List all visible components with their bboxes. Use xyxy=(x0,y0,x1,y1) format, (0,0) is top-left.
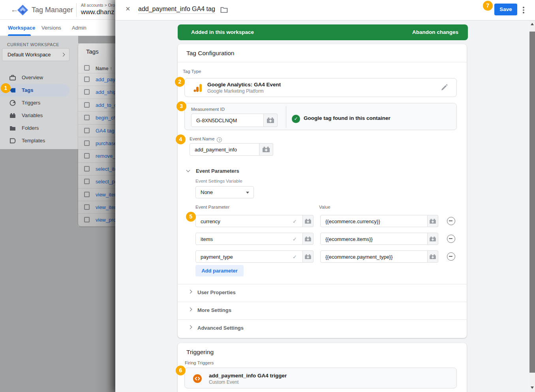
remove-parameter-icon[interactable] xyxy=(447,217,455,225)
tag-type-label: Tag Type xyxy=(183,69,201,74)
valid-check-icon: ✓ xyxy=(293,218,297,224)
tag-configuration-title: Tag Configuration xyxy=(186,50,235,57)
variable-picker-button[interactable] xyxy=(259,143,273,156)
panel-shadow xyxy=(95,0,115,392)
advanced-settings-section[interactable]: Advanced Settings xyxy=(197,325,244,331)
workspace-status-banner: Added in this workspace Abandon changes xyxy=(178,24,468,40)
chevron-right-icon[interactable] xyxy=(188,290,192,294)
triggering-title: Triggering xyxy=(186,349,214,356)
parameter-value-input[interactable]: {{ecommerce.currency}} xyxy=(320,215,428,227)
event-settings-variable-label: Event Settings Variable xyxy=(195,179,242,183)
parameter-name-input[interactable]: items✓ xyxy=(195,233,303,245)
tab-workspace[interactable]: Workspace xyxy=(8,20,35,36)
measurement-id-input[interactable]: G-8XN5DCLNQM xyxy=(191,114,264,127)
dropdown-arrow-icon xyxy=(246,192,249,194)
folder-icon[interactable] xyxy=(220,7,228,13)
valid-check-icon: ✓ xyxy=(293,254,297,260)
add-parameter-button[interactable]: Add parameter xyxy=(195,265,244,276)
chevron-right-icon[interactable] xyxy=(188,308,192,312)
google-analytics-icon xyxy=(193,83,203,93)
remove-parameter-icon[interactable] xyxy=(447,235,455,243)
tab-admin[interactable]: Admin xyxy=(72,20,86,36)
scrollbar[interactable] xyxy=(529,21,535,392)
measurement-id-label: Measurement ID xyxy=(191,107,225,112)
header-divider xyxy=(76,3,77,17)
scroll-down-arrow[interactable] xyxy=(531,386,534,389)
dim-overlay xyxy=(0,149,78,392)
page: ← Tag Manager All accounts > Oro www.dha… xyxy=(0,0,535,392)
scrollbar-thumb[interactable] xyxy=(529,32,535,373)
scroll-up-arrow[interactable] xyxy=(531,23,534,25)
tag-configuration-card: Tag Configuration Tag Type Google Analyt… xyxy=(178,44,467,338)
remove-parameter-icon[interactable] xyxy=(447,252,455,261)
step-badge-4: 4 xyxy=(176,134,186,144)
variable-picker-button[interactable] xyxy=(303,215,313,227)
edit-pencil-icon[interactable] xyxy=(441,84,448,91)
google-tag-status: Google tag found in this container xyxy=(304,115,390,121)
tag-type-box[interactable]: Google Analytics: GA4 Event Google Marke… xyxy=(184,78,457,97)
step-badge-2: 2 xyxy=(175,77,185,87)
event-parameter-row: payment_type✓ {{ecommerce.payment_type}} xyxy=(178,250,467,263)
tag-type-name: Google Analytics: GA4 Event xyxy=(207,82,281,88)
parameter-value-input[interactable]: {{ecommerce.items}} xyxy=(320,233,428,245)
event-parameter-row: currency✓ {{ecommerce.currency}} xyxy=(178,215,467,227)
variable-picker-button[interactable] xyxy=(264,114,278,127)
parameter-name-input[interactable]: currency✓ xyxy=(195,215,303,227)
trigger-type: Custom Event xyxy=(209,379,238,385)
custom-event-trigger-icon xyxy=(193,374,202,383)
step-badge-3: 3 xyxy=(176,101,186,111)
event-parameter-column-label: Event Parameter xyxy=(195,205,229,209)
abandon-changes-button[interactable]: Abandon changes xyxy=(412,29,458,35)
editor-header: × add_payment_info GA4 tag Save xyxy=(115,0,535,21)
banner-text: Added in this workspace xyxy=(191,29,254,35)
tab-versions[interactable]: Versions xyxy=(41,20,61,36)
step-badge-7: 7 xyxy=(483,1,493,11)
event-name-label: Event Name? xyxy=(190,136,222,142)
parameter-name-input[interactable]: payment_type✓ xyxy=(195,250,303,263)
product-name: Tag Manager xyxy=(32,0,73,20)
help-icon[interactable]: ? xyxy=(217,137,222,142)
trigger-name: add_payment_info GA4 trigger xyxy=(209,373,287,379)
event-name-input[interactable]: add_payment_info xyxy=(190,143,259,156)
event-settings-variable-dropdown[interactable]: None xyxy=(195,186,254,198)
tag-manager-logo-icon xyxy=(17,5,28,15)
parameter-value-input[interactable]: {{ecommerce.payment_type}} xyxy=(320,250,428,263)
firing-triggers-label: Firing Triggers xyxy=(185,360,214,365)
chevron-right-icon[interactable] xyxy=(188,325,192,329)
variable-picker-button[interactable] xyxy=(303,250,313,263)
step-badge-1: 1 xyxy=(1,83,11,93)
firing-trigger-row[interactable]: add_payment_info GA4 trigger Custom Even… xyxy=(184,368,457,388)
variable-picker-button[interactable] xyxy=(428,215,438,227)
save-button[interactable]: Save xyxy=(494,4,517,15)
event-parameters-heading[interactable]: Event Parameters xyxy=(196,168,239,174)
step-badge-5: 5 xyxy=(186,212,196,222)
more-menu-icon[interactable] xyxy=(523,7,524,14)
tag-type-platform: Google Marketing Platform xyxy=(207,88,264,94)
value-column-label: Value xyxy=(319,205,330,209)
measurement-id-box: Measurement ID G-8XN5DCLNQM ✓ Google tag… xyxy=(184,103,457,130)
variable-picker-button[interactable] xyxy=(428,250,438,263)
chevron-down-icon[interactable] xyxy=(186,168,190,172)
user-properties-section[interactable]: User Properties xyxy=(197,289,236,295)
triggering-card: Triggering Firing Triggers add_payment_i… xyxy=(178,343,467,392)
variable-picker-button[interactable] xyxy=(303,233,313,245)
event-parameter-row: items✓ {{ecommerce.items}} xyxy=(178,233,467,245)
more-settings-section[interactable]: More Settings xyxy=(197,307,231,313)
step-badge-6: 6 xyxy=(176,366,186,375)
dim-overlay xyxy=(0,36,78,149)
variable-picker-button[interactable] xyxy=(428,233,438,245)
close-icon[interactable]: × xyxy=(126,4,130,13)
check-circle-icon: ✓ xyxy=(292,115,300,123)
valid-check-icon: ✓ xyxy=(293,236,297,242)
tag-title[interactable]: add_payment_info GA4 tag xyxy=(138,6,215,14)
tag-editor-panel: × add_payment_info GA4 tag Save Added in… xyxy=(115,0,535,392)
